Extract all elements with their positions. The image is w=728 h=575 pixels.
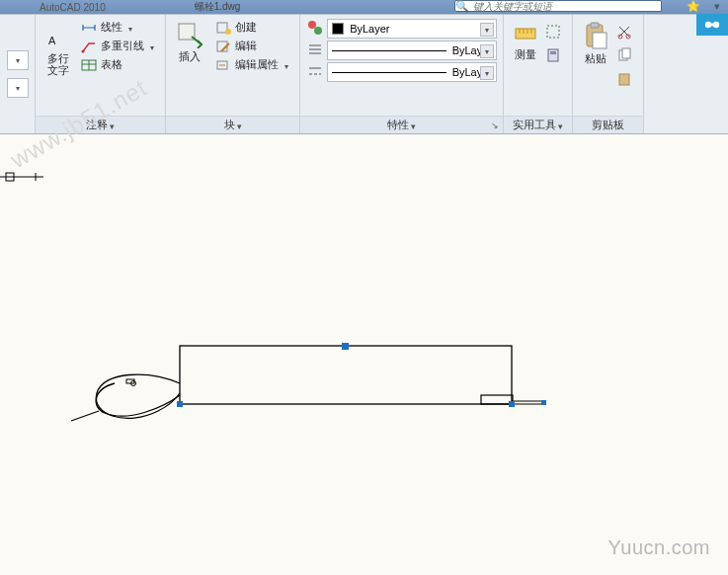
svg-rect-18 [591,23,599,28]
search-input[interactable] [469,1,661,12]
panel-utilities: 测量 实用工具 [504,15,573,133]
dropdown-arrow-icon: ▾ [480,44,494,58]
linear-dim-label: 线性 [101,20,122,35]
svg-point-8 [225,29,231,35]
watermark: Yuucn.com [608,536,710,559]
dialog-launcher-icon[interactable]: ↘ [491,121,499,130]
mtext-button[interactable]: A 多行 文字 [41,19,75,112]
edit-block-button[interactable]: 编辑 [213,38,290,54]
panel-utilities-title[interactable]: 实用工具 [504,116,572,133]
select-all-button[interactable] [544,23,562,41]
drawing-canvas[interactable]: www.jb51.net Yuucn.com [0,134,728,575]
dropdown-arrow-icon: ▾ [480,66,494,80]
svg-rect-13 [516,29,535,39]
svg-rect-23 [622,48,630,58]
search-icon: 🔍 [455,0,469,13]
svg-rect-29 [481,395,513,404]
color-swatch [332,23,344,35]
dropdown-arrow-icon: ▾ [480,23,494,37]
color-value: ByLayer [350,23,389,35]
panel-block: 插入 创建 编辑 编辑属性 块 [166,15,300,133]
copyclip-button[interactable] [615,70,633,88]
panel-properties: ByLayer ▾ ByLayer ▾ [300,15,504,133]
clipboard-icon [616,71,632,87]
svg-rect-36 [177,401,183,407]
paste-label: 粘贴 [585,52,607,64]
exchange-button[interactable] [696,14,728,36]
panel-block-title[interactable]: 块 [166,116,299,133]
copy-button[interactable] [615,46,633,64]
copy-icon [616,47,632,63]
linetype-icon-button[interactable] [306,62,323,80]
measure-label: 测量 [515,48,536,60]
ribbon: ▾ ▾ A 多行 文字 线性 多重引线 表格 [0,14,728,134]
svg-rect-15 [548,49,558,61]
panel-clipboard: 粘贴 剪贴板 [573,15,644,133]
stub-dropdown-1[interactable]: ▾ [7,50,29,70]
edit-block-icon [215,40,231,53]
infocenter-icons: ⭐ ▾ [683,0,728,12]
linear-dim-button[interactable]: 线性 [79,19,156,36]
paste-button[interactable]: 粘贴 [579,19,611,112]
create-block-icon [215,21,231,35]
lineweight-combo[interactable]: ByLayer ▾ [327,41,497,60]
file-name: 螺栓1.dwg [195,0,241,14]
cut-button[interactable] [615,23,633,41]
svg-point-4 [82,49,85,52]
measure-icon [513,21,538,46]
svg-line-32 [71,411,99,421]
lineweight-preview [332,50,446,51]
create-block-button[interactable]: 创建 [213,19,290,36]
insert-button[interactable]: 插入 [172,19,207,112]
edit-attr-label: 编辑属性 [235,57,279,72]
measure-button[interactable]: 测量 [510,19,540,112]
mtext-icon: A [45,21,71,50]
mtext-label: 多行 文字 [47,52,69,76]
lineweight-icon-button[interactable] [306,41,323,58]
svg-rect-2 [707,24,717,27]
linetype-preview [332,72,446,73]
quickcalc-button[interactable] [544,46,562,64]
app-name: AutoCAD 2010 [40,2,106,13]
table-icon [81,58,97,72]
svg-point-11 [308,21,316,29]
cut-icon [616,24,632,40]
panel-annotation-title[interactable]: 注释 [36,116,165,133]
mleader-label: 多重引线 [101,39,144,53]
panel-properties-title[interactable]: 特性↘ [300,116,503,133]
create-block-label: 创建 [235,20,257,35]
linetype-combo[interactable]: ByLayer ▾ [327,62,497,82]
search-box[interactable]: 🔍 [454,0,662,12]
svg-rect-16 [550,51,556,54]
mleader-icon [81,40,97,53]
insert-label: 插入 [179,50,201,62]
svg-rect-24 [619,74,629,85]
svg-rect-38 [541,400,546,405]
panel-clipboard-title: 剪贴板 [573,116,643,133]
svg-text:A: A [48,35,56,46]
linear-dim-icon [81,21,97,35]
color-combo[interactable]: ByLayer ▾ [327,19,497,39]
mleader-button[interactable]: 多重引线 [79,38,156,54]
help-dropdown-icon[interactable]: ▾ [706,0,728,12]
match-props-button[interactable] [306,19,323,37]
panel-stub: ▾ ▾ [0,15,36,133]
match-props-icon [307,20,323,36]
edit-attr-button[interactable]: 编辑属性 [213,56,290,73]
table-label: 表格 [101,57,122,72]
svg-rect-35 [342,343,349,350]
edit-block-label: 编辑 [235,39,257,53]
svg-rect-14 [547,26,559,38]
panel-annotation: A 多行 文字 线性 多重引线 表格 注释 [36,15,166,133]
svg-rect-19 [593,33,607,48]
star-icon[interactable]: ⭐ [683,0,704,12]
svg-rect-37 [509,401,515,407]
svg-point-12 [314,27,322,35]
stub-dropdown-2[interactable]: ▾ [7,78,29,98]
svg-rect-28 [180,346,512,404]
drawing-svg [0,134,728,575]
edit-attr-icon [215,58,231,72]
paste-icon [583,21,608,50]
table-button[interactable]: 表格 [79,56,156,73]
insert-icon [176,21,203,48]
